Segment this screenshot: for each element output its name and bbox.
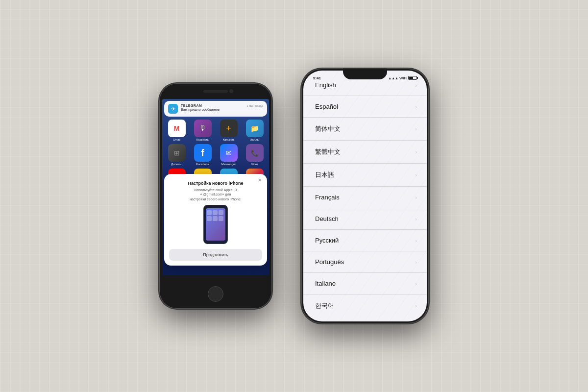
notification-message: Вам пришло сообщение xyxy=(181,108,263,111)
app-cell[interactable]: Файлы xyxy=(243,120,266,141)
front-camera xyxy=(229,89,233,93)
language-item-traditional-chinese[interactable]: 繁體中文 › xyxy=(303,141,427,164)
notification-app: TELEGRAM xyxy=(181,104,202,107)
iphone-left: 9:41 ●●● ▮ ✈ TELEGRAM 1 мин назад Вам пр… xyxy=(159,83,272,309)
app-label: Калькул. xyxy=(222,138,234,141)
app-label: Файлы xyxy=(250,138,259,141)
language-item-portuguese[interactable]: Português › xyxy=(303,251,427,273)
chevron-right-icon: › xyxy=(415,195,417,200)
chevron-right-icon: › xyxy=(415,303,417,309)
dialog-close-button[interactable]: ✕ xyxy=(256,177,263,184)
files-icon[interactable] xyxy=(246,120,264,137)
chevron-right-icon: › xyxy=(415,172,417,178)
setup-dialog: ✕ Настройка нового iPhone Используйте св… xyxy=(164,174,267,266)
language-item-italian[interactable]: Italiano › xyxy=(303,273,427,294)
speaker xyxy=(203,90,228,93)
app-cell[interactable]: Калькул. xyxy=(217,120,240,141)
chevron-right-icon: › xyxy=(415,149,417,155)
app-label: Facebook xyxy=(196,163,209,166)
chevron-right-icon: › xyxy=(415,82,417,88)
chevron-right-icon: › xyxy=(415,259,417,265)
language-item-russian[interactable]: Русский › xyxy=(303,230,427,251)
language-name: 日本語 xyxy=(315,171,334,179)
language-item-french[interactable]: Français › xyxy=(303,187,427,208)
language-item-german[interactable]: Deutsch › xyxy=(303,208,427,230)
dialog-title: Настройка нового iPhone xyxy=(169,181,262,186)
notification-content: TELEGRAM 1 мин назад Вам пришло сообщени… xyxy=(181,104,263,111)
wifi-icon: WiFi xyxy=(399,76,407,80)
right-screen: 9:41 ▲▲▲ WiFi English › Español › 简体中文 › xyxy=(303,71,427,321)
signal-bars: ▲▲▲ xyxy=(388,76,398,80)
right-status-icons: ▲▲▲ WiFi xyxy=(388,76,417,80)
language-name: Italiano xyxy=(315,280,336,287)
additions-icon[interactable] xyxy=(168,144,186,162)
app-label: Gmail xyxy=(173,138,181,141)
chevron-right-icon: › xyxy=(415,126,417,132)
app-cell[interactable]: Подкасты xyxy=(191,120,214,141)
language-name: Русский xyxy=(315,237,339,244)
language-item-simplified-chinese[interactable]: 简体中文 › xyxy=(303,118,427,141)
language-item-espanol[interactable]: Español › xyxy=(303,96,427,118)
app-cell[interactable]: Messenger xyxy=(217,144,240,166)
dialog-phone-image xyxy=(203,205,228,244)
app-cell[interactable]: Viber xyxy=(243,144,266,166)
calculator-icon[interactable] xyxy=(220,120,238,137)
battery-indicator xyxy=(408,76,417,80)
notification-banner[interactable]: ✈ TELEGRAM 1 мин назад Вам пришло сообще… xyxy=(164,101,267,117)
messenger-icon[interactable] xyxy=(220,144,238,162)
chevron-right-icon: › xyxy=(415,238,417,244)
chevron-right-icon: › xyxy=(415,281,417,287)
telegram-icon: ✈ xyxy=(168,104,178,114)
app-label: Дополн. xyxy=(171,163,182,166)
language-name: Deutsch xyxy=(315,215,339,222)
language-name: 繁體中文 xyxy=(315,147,341,156)
podcasts-icon[interactable] xyxy=(194,120,212,137)
chevron-right-icon: › xyxy=(415,216,417,222)
language-item-korean[interactable]: 한국어 › xyxy=(303,294,427,317)
language-list: English › Español › 简体中文 › 繁體中文 › 日本語 › … xyxy=(303,74,427,317)
home-button[interactable] xyxy=(208,286,223,302)
language-name: Français xyxy=(315,194,340,201)
notification-time: 1 мин назад xyxy=(246,104,263,107)
language-name: English xyxy=(315,81,336,89)
continue-button[interactable]: Продолжить xyxy=(169,249,262,261)
gmail-icon[interactable] xyxy=(168,120,186,137)
right-status-time: 9:41 xyxy=(313,76,321,80)
language-name: 한국어 xyxy=(315,301,334,310)
notch xyxy=(343,69,387,79)
app-label: Messenger xyxy=(221,163,236,166)
app-cell[interactable]: Gmail xyxy=(165,120,188,141)
app-cell[interactable]: Дополн. xyxy=(165,144,188,166)
app-label: Подкасты xyxy=(196,138,209,141)
chevron-right-icon: › xyxy=(415,104,417,110)
iphone-right: 9:41 ▲▲▲ WiFi English › Español › 简体中文 › xyxy=(301,69,429,323)
language-name: Português xyxy=(315,258,344,266)
language-name: 简体中文 xyxy=(315,124,341,133)
app-cell[interactable]: Facebook xyxy=(191,144,214,166)
viber-icon[interactable] xyxy=(246,144,264,162)
left-screen: 9:41 ●●● ▮ ✈ TELEGRAM 1 мин назад Вам пр… xyxy=(162,99,269,275)
dialog-body: Используйте свой Apple ID« @gmail.com» д… xyxy=(169,188,262,202)
language-name: Español xyxy=(315,103,338,110)
facebook-icon[interactable] xyxy=(194,144,212,162)
language-item-japanese[interactable]: 日本語 › xyxy=(303,164,427,187)
app-label: Viber xyxy=(251,163,258,166)
battery-fill xyxy=(409,77,413,79)
